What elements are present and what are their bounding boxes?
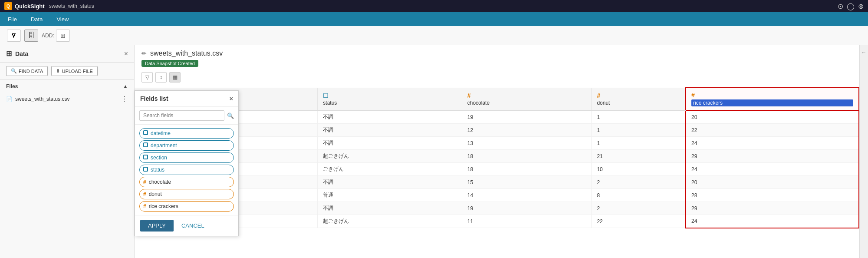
table-row: Lightsail課不調13124: [135, 137, 859, 150]
string-field-icon: [143, 142, 148, 149]
rice-crackers-cell: 24: [686, 163, 859, 176]
field-name: donut: [149, 191, 162, 197]
table-cell: 不調: [318, 137, 462, 150]
snapshot-badge: Data Snapshot Created: [141, 60, 198, 67]
field-item-status[interactable]: status: [139, 165, 234, 175]
file-icon: 📄: [6, 96, 13, 102]
fields-panel-close[interactable]: ×: [230, 95, 233, 102]
table-cell: 13: [462, 137, 592, 150]
database-btn[interactable]: 🗄: [24, 30, 38, 42]
menu-file[interactable]: File: [5, 14, 20, 24]
rice-crackers-cell: 28: [686, 189, 859, 202]
data-table-wrap: ☐ section ☐ status # chocolate #: [135, 87, 859, 258]
table-cell: 18: [462, 163, 592, 176]
svg-rect-1: [144, 143, 148, 147]
title-bar-actions: ⊙ ◯ ⊗: [838, 2, 864, 10]
menu-view[interactable]: View: [54, 14, 71, 24]
table-row: Lambda課不調12122: [135, 124, 859, 137]
field-item-department[interactable]: department: [139, 140, 234, 151]
field-item-chocolate[interactable]: #chocolate: [139, 177, 234, 187]
table-cell: 18: [462, 150, 592, 163]
help-icon[interactable]: ⊙: [838, 2, 843, 10]
table-row: RDS課普通14828: [135, 189, 859, 202]
grid-btn[interactable]: ▦: [169, 72, 181, 83]
field-item-donut[interactable]: #donut: [139, 189, 234, 199]
quicksight-icon: Q: [4, 2, 12, 10]
data-panel-buttons: 🔍 FIND DATA ⬆ UPLOAD FILE: [0, 63, 134, 80]
find-data-btn[interactable]: 🔍 FIND DATA: [6, 66, 48, 76]
number-field-icon: #: [143, 179, 146, 185]
table-cell: 2: [592, 176, 686, 189]
number-type-icon-2: #: [597, 92, 680, 99]
rice-crackers-cell: 20: [686, 176, 859, 189]
table-cell: 8: [592, 189, 686, 202]
add-datasource-btn[interactable]: ⊞: [56, 30, 70, 42]
org-chart-btn[interactable]: ⛛: [7, 30, 21, 42]
rice-crackers-cell: 20: [686, 110, 859, 124]
col-header-rice-crackers[interactable]: # rice crackers: [686, 88, 859, 110]
fields-search-input[interactable]: [139, 110, 224, 121]
table-cell: 超ごきげん: [318, 150, 462, 163]
rice-crackers-cell: 29: [686, 202, 859, 215]
app-logo: Q QuickSight: [4, 2, 45, 10]
field-name: section: [151, 155, 167, 161]
title-bar-filename: sweets_with_status: [49, 3, 94, 9]
string-field-icon: [143, 155, 148, 161]
file-item[interactable]: 📄 sweets_with_status.csv ⋮: [6, 93, 128, 105]
table-row: S3課不調15220: [135, 176, 859, 189]
fields-panel: Fields list × 🔍 datetimedepartmentsectio…: [135, 90, 239, 236]
add-label: ADD: ⊞: [42, 30, 70, 42]
table-cell: 不調: [318, 124, 462, 137]
data-table: ☐ section ☐ status # chocolate #: [135, 87, 859, 228]
upload-file-btn[interactable]: ⬆ UPLOAD FILE: [51, 66, 98, 76]
cancel-btn[interactable]: CANCEL: [178, 220, 208, 232]
table-body: EC2課不調19120Lambda課不調12122Lightsail課不調131…: [135, 110, 859, 228]
number-field-icon: #: [143, 203, 146, 209]
files-collapse-icon: ▲: [123, 83, 128, 89]
csv-title: ✏ sweets_with_status.csv: [141, 50, 852, 57]
settings-icon[interactable]: ⊗: [858, 2, 864, 10]
user-icon[interactable]: ◯: [847, 2, 855, 10]
table-row: DocumentDB課不調19229: [135, 202, 859, 215]
field-name: chocolate: [149, 179, 171, 185]
field-item-rice-crackers[interactable]: #rice crackers: [139, 201, 234, 212]
menu-data[interactable]: Data: [28, 14, 45, 24]
table-cell: 19: [462, 110, 592, 124]
filter-btn[interactable]: ▽: [141, 72, 153, 83]
right-collapse-btn[interactable]: ←: [859, 45, 868, 258]
table-cell: 10: [592, 163, 686, 176]
field-item-section[interactable]: section: [139, 152, 234, 163]
table-row: EC2課不調19120: [135, 110, 859, 124]
fields-footer: APPLY CANCEL: [135, 215, 238, 236]
table-cell: 不調: [318, 110, 462, 124]
files-header[interactable]: Files ▲: [6, 83, 128, 89]
table-cell: ごきげん: [318, 163, 462, 176]
left-sidebar: ⊞ Data × 🔍 FIND DATA ⬆ UPLOAD FILE Files…: [0, 45, 135, 258]
csv-header: ✏ sweets_with_status.csv Data Snapshot C…: [135, 45, 859, 87]
title-bar: Q QuickSight sweets_with_status ⊙ ◯ ⊗: [0, 0, 868, 12]
number-field-icon: #: [143, 191, 146, 197]
sort-btn[interactable]: ↕: [155, 72, 167, 83]
table-cell: 不調: [318, 176, 462, 189]
number-type-icon-3: #: [691, 92, 853, 99]
table-cell: 22: [592, 215, 686, 228]
field-item-datetime[interactable]: datetime: [139, 128, 234, 139]
col-header-status: ☐ status: [318, 88, 462, 110]
table-cell: 14: [462, 189, 592, 202]
data-panel-title: ⊞ Data: [6, 50, 28, 58]
search-icon: 🔍: [227, 112, 234, 119]
table-cell: 12: [462, 124, 592, 137]
table-row: EFS課超ごきげん182129: [135, 150, 859, 163]
data-panel-header: ⊞ Data ×: [0, 45, 134, 63]
file-item-name: 📄 sweets_with_status.csv: [6, 96, 69, 102]
file-menu-icon[interactable]: ⋮: [121, 95, 128, 103]
files-section: Files ▲ 📄 sweets_with_status.csv ⋮: [0, 80, 134, 108]
edit-icon[interactable]: ✏: [141, 50, 147, 57]
table-cell: 2: [592, 202, 686, 215]
table-cell: 15: [462, 176, 592, 189]
data-panel-close-btn[interactable]: ×: [124, 50, 128, 58]
fields-list: datetimedepartmentsectionstatus#chocolat…: [135, 125, 238, 215]
main-layout: ⊞ Data × 🔍 FIND DATA ⬆ UPLOAD FILE Files…: [0, 45, 868, 258]
table-cell: 21: [592, 150, 686, 163]
apply-btn[interactable]: APPLY: [140, 220, 174, 232]
